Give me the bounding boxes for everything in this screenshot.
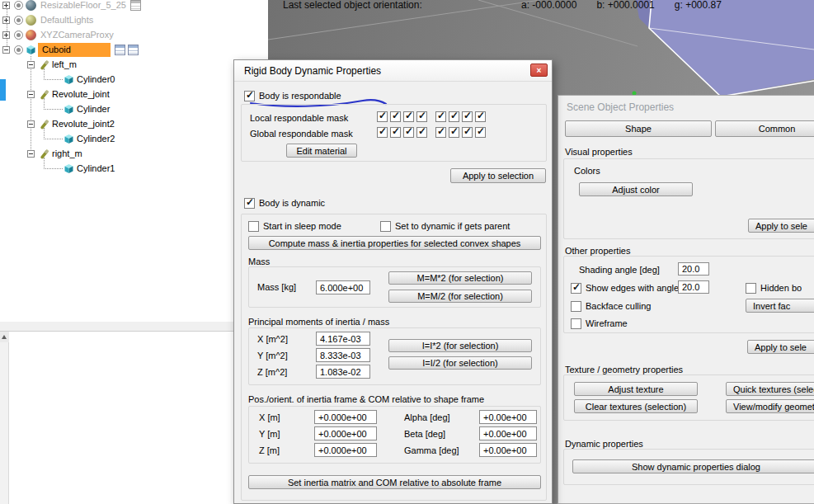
set-inertia-absolute-button[interactable]: Set inertia matrix and COM relative to a… <box>248 475 541 489</box>
tree-row-left-m[interactable]: left_m <box>0 58 268 73</box>
object-toggle-icon[interactable] <box>14 45 23 54</box>
tree-item-label[interactable]: Revolute_joint <box>52 89 110 99</box>
mask-checkbox[interactable] <box>475 127 486 138</box>
tree-item-label[interactable]: Cuboid <box>42 45 71 54</box>
apply-other-to-selection-button[interactable]: Apply to sele <box>747 340 814 354</box>
collapse-icon[interactable] <box>27 120 35 128</box>
mask-checkbox[interactable] <box>462 127 473 138</box>
show-dynamic-properties-button[interactable]: Show dynamic properties dialog <box>572 459 814 473</box>
checkbox-box[interactable] <box>746 283 756 294</box>
tree-item-label[interactable]: Cylinder0 <box>77 74 115 84</box>
mask-checkbox[interactable] <box>377 111 388 122</box>
tab-shape[interactable]: Shape <box>565 120 712 137</box>
mask-checkbox[interactable] <box>435 127 446 138</box>
tree-row-cylinder1[interactable]: Cylinder1 <box>0 162 268 177</box>
mask-checkbox[interactable] <box>403 111 414 122</box>
tree-row-resizablefloor[interactable]: ResizableFloor_5_25 <box>0 0 268 13</box>
tree-item-label[interactable]: Cylinder2 <box>77 134 115 144</box>
scene-hierarchy-panel[interactable]: ResizableFloor_5_25 DefaultLights XYZCam… <box>0 0 268 322</box>
shape-edit-badge-icon[interactable] <box>115 45 125 55</box>
quick-textures-button[interactable]: Quick textures (selecti <box>726 382 814 396</box>
checkbox-box[interactable] <box>571 283 581 294</box>
tree-row-xyzcameraproxy[interactable]: XYZCameraProxy <box>0 28 268 43</box>
checkbox-box[interactable] <box>380 221 391 232</box>
tree-item-label[interactable]: XYZCameraProxy <box>40 30 114 40</box>
tree-row-revolute-joint[interactable]: Revolute_joint <box>0 87 268 102</box>
edit-material-button[interactable]: Edit material <box>286 144 357 158</box>
inertia-z-input[interactable]: 1.083e-02 <box>316 365 370 379</box>
mass-input[interactable]: 6.000e+00 <box>316 280 370 294</box>
close-button[interactable]: × <box>530 64 548 77</box>
apply-color-to-selection-button[interactable]: Apply to sele <box>748 219 814 233</box>
mass-half-button[interactable]: M=M/2 (for selection) <box>388 290 532 303</box>
mask-checkbox[interactable] <box>377 127 388 138</box>
checkbox-box[interactable] <box>571 301 581 312</box>
checkbox-box[interactable] <box>248 221 259 232</box>
adjust-color-button[interactable]: Adjust color <box>579 182 693 196</box>
expand-icon[interactable] <box>2 2 10 9</box>
apply-respondable-to-selection-button[interactable]: Apply to selection <box>450 168 546 183</box>
backface-culling-checkbox[interactable]: Backface culling <box>571 300 652 312</box>
checkbox-box[interactable] <box>571 318 581 329</box>
tree-item-label[interactable]: right_m <box>52 148 82 158</box>
checkbox-box[interactable] <box>244 198 255 209</box>
tree-row-right-m[interactable]: right_m <box>0 147 268 162</box>
tree-item-label[interactable]: Cylinder <box>77 104 110 114</box>
tree-row-cuboid[interactable]: Cuboid <box>0 43 268 58</box>
view-modify-geometry-button[interactable]: View/modify geomet <box>726 399 814 413</box>
body-respondable-checkbox[interactable]: Body is respondable <box>244 90 341 101</box>
mask-checkbox[interactable] <box>475 111 486 122</box>
hidden-borders-checkbox[interactable]: Hidden bo <box>746 282 802 294</box>
tree-row-revolute-joint2[interactable]: Revolute_joint2 <box>0 117 268 132</box>
mask-checkbox[interactable] <box>416 127 427 138</box>
mask-checkbox[interactable] <box>403 127 414 138</box>
body-dynamic-checkbox[interactable]: Body is dynamic <box>244 197 325 209</box>
tree-item-label[interactable]: left_m <box>52 59 77 69</box>
mask-checkbox[interactable] <box>390 127 401 138</box>
mass-double-button[interactable]: M=M*2 (for selection) <box>388 271 532 285</box>
inertia-half-button[interactable]: I=I/2 (for selection) <box>388 356 532 370</box>
tree-item-label[interactable]: ResizableFloor_5_25 <box>40 0 126 10</box>
pos-z-input[interactable]: +0.000e+00 <box>314 443 377 457</box>
mask-checkbox[interactable] <box>416 111 427 122</box>
object-toggle-icon[interactable] <box>14 16 23 25</box>
vertical-scrollbar[interactable] <box>0 332 9 504</box>
tree-item-label[interactable]: Revolute_joint2 <box>52 119 115 129</box>
show-edges-angle-input[interactable]: 20.0 <box>678 280 709 294</box>
tree-row-cylinder2[interactable]: Cylinder2 <box>0 132 268 147</box>
left-edge-blue-tab[interactable] <box>0 79 6 101</box>
checkbox-box[interactable] <box>244 91 255 101</box>
beta-input[interactable]: +0.00e+00 <box>479 426 537 440</box>
clear-textures-button[interactable]: Clear textures (selection) <box>574 399 698 413</box>
mask-checkbox[interactable] <box>449 111 459 122</box>
pos-y-input[interactable]: +0.000e+00 <box>314 426 377 440</box>
inertia-y-input[interactable]: 8.333e-03 <box>316 348 370 362</box>
scroll-up-button[interactable] <box>0 332 9 342</box>
tree-row-cylinder[interactable]: Cylinder <box>0 102 268 117</box>
object-toggle-icon[interactable] <box>14 1 23 10</box>
shading-angle-input[interactable]: 20.0 <box>678 262 709 276</box>
mask-checkbox[interactable] <box>449 127 459 138</box>
expand-icon[interactable] <box>2 31 10 39</box>
tree-row-defaultlights[interactable]: DefaultLights <box>0 13 268 28</box>
collapse-icon[interactable] <box>2 46 10 54</box>
inertia-double-button[interactable]: I=I*2 (for selection) <box>388 339 532 352</box>
invert-faces-button[interactable]: Invert fac <box>746 299 814 313</box>
collapse-icon[interactable] <box>27 91 35 98</box>
mask-checkbox[interactable] <box>435 111 446 122</box>
tree-item-label[interactable]: Cylinder1 <box>77 163 115 173</box>
compute-mass-inertia-button[interactable]: Compute mass & inertia properties for se… <box>248 236 541 250</box>
expand-icon[interactable] <box>2 16 10 24</box>
dynamic-if-parent-checkbox[interactable]: Set to dynamic if gets parent <box>380 220 510 232</box>
texture-badge-icon[interactable] <box>128 45 139 55</box>
collapse-icon[interactable] <box>27 150 35 158</box>
collapse-icon[interactable] <box>27 61 35 68</box>
dialog-titlebar[interactable]: Rigid Body Dynamic Properties × <box>234 60 552 82</box>
start-sleep-checkbox[interactable]: Start in sleep mode <box>248 220 341 232</box>
wireframe-checkbox[interactable]: Wireframe <box>571 318 628 329</box>
tree-row-cylinder0[interactable]: Cylinder0 <box>0 73 268 87</box>
script-badge-icon[interactable] <box>130 0 141 11</box>
alpha-input[interactable]: +0.00e+00 <box>479 410 537 424</box>
inertia-x-input[interactable]: 4.167e-03 <box>316 332 370 346</box>
gamma-input[interactable]: +0.00e+00 <box>479 443 537 457</box>
